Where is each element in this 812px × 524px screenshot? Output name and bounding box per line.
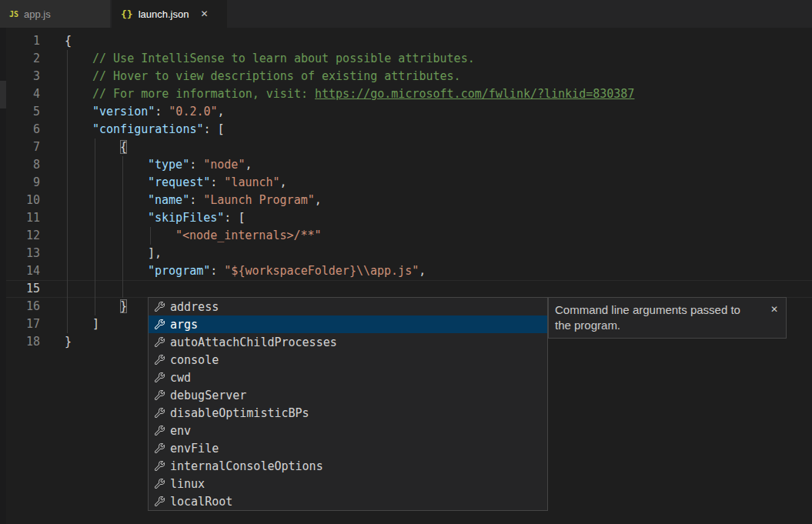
indent-guide [122,262,123,280]
code-line[interactable]: 15 [0,280,812,298]
indent-guide [95,245,95,262]
code-text: "<node_internals>/**" [175,227,322,245]
code-line[interactable]: 1{ [0,32,812,50]
code-line[interactable]: 8"type": "node", [0,156,812,174]
indent-guide [95,156,95,174]
code-token: ], [148,246,162,260]
code-line[interactable]: 14"program": "${workspaceFolder}\\app.js… [0,262,812,280]
suggest-item[interactable]: console [149,351,547,369]
wrench-property-icon [153,460,165,472]
indent-guide [67,139,68,156]
code-token: : [204,122,218,136]
close-docs-icon[interactable]: ✕ [770,304,778,315]
code-token: } [120,299,127,313]
code-line[interactable]: 4// For more information, visit: https:/… [0,85,812,103]
indent-guide [95,262,95,280]
code-line[interactable]: 5"version": "0.2.0", [0,103,812,121]
suggest-item-label: console [170,353,219,367]
indent-guide [67,156,68,174]
code-token: "Launch Program" [203,193,315,207]
code-line[interactable]: 10"name": "Launch Program", [0,192,812,209]
indent-guide [67,85,68,103]
code-token: "launch" [224,175,279,189]
code-text: "skipFiles": [ [148,209,245,227]
code-token: { [120,140,127,154]
code-token: : [189,193,203,207]
suggest-item[interactable]: cwd [149,369,547,386]
code-text: "program": "${workspaceFolder}\\app.js", [148,262,426,280]
wrench-property-icon [153,336,165,349]
suggest-item-label: cwd [170,371,191,385]
code-token: : [155,105,169,118]
code-token: "configurations" [92,122,204,136]
indent-guide [95,139,95,156]
code-token: : [189,158,203,172]
indent-guide [95,280,95,298]
code-line[interactable]: 7{ [0,139,812,156]
indent-guide [150,227,151,245]
tab-label: launch.json [139,8,189,20]
suggest-item-label: linux [170,477,205,491]
suggest-item[interactable]: localRoot [149,492,547,510]
editor[interactable]: 1{2// Use IntelliSense to learn about po… [0,28,812,524]
tab-launch-json[interactable]: {} launch.json ✕ [112,0,227,28]
indent-guide [122,174,123,192]
suggest-item[interactable]: internalConsoleOptions [149,457,547,475]
indent-guide [122,280,123,298]
code-text: "type": "node", [148,156,252,174]
code-token: "node" [203,158,245,172]
code-line[interactable]: 12"<node_internals>/**" [0,227,812,245]
indent-guide [122,227,123,245]
wrench-property-icon [153,301,165,313]
suggest-item[interactable]: address [149,298,547,315]
code-text: // Use IntelliSense to learn about possi… [92,50,475,68]
indent-guide [67,103,68,121]
code-line[interactable]: 2// Use IntelliSense to learn about poss… [0,50,812,68]
code-line[interactable]: 3// Hover to view descriptions of existi… [0,68,812,85]
wrench-property-icon [153,478,165,490]
code-token: : [210,264,224,278]
indent-guide [95,209,95,227]
suggest-item[interactable]: disableOptimisticBPs [149,404,547,422]
indent-guide [67,174,68,192]
close-tab-icon[interactable]: ✕ [200,8,208,19]
code-token: ] [92,317,99,331]
suggest-item[interactable]: debugServer [149,386,547,404]
wrench-property-icon [153,407,165,419]
code-line[interactable]: 13], [0,245,812,262]
tab-bar: JS app.js {} launch.json ✕ [0,0,812,28]
indent-guide [67,50,68,68]
code-token: : [224,211,238,225]
code-token: "request" [148,175,210,189]
code-line[interactable]: 11"skipFiles": [ [0,209,812,227]
code-token: , [315,193,322,207]
indent-guide [122,245,123,262]
indent-guide [67,227,68,245]
wrench-property-icon [153,319,165,331]
suggest-item[interactable]: envFile [149,439,547,457]
code-token: "<node_internals>/**" [175,229,322,242]
indent-guide [95,227,95,245]
indent-guide [67,121,68,139]
indent-guide [122,192,123,209]
code-line[interactable]: 6"configurations": [ [0,121,812,139]
wrench-property-icon [153,425,165,437]
suggest-item[interactable]: autoAttachChildProcesses [149,333,547,351]
code-token: { [65,34,72,48]
code-text: "version": "0.2.0", [92,103,225,121]
code-token: "version" [92,105,155,118]
code-line[interactable]: 9"request": "launch", [0,174,812,192]
suggest-item[interactable]: env [149,422,547,439]
indent-guide [67,245,68,262]
code-token: , [245,158,252,172]
code-text: "request": "launch", [148,174,287,192]
code-text: { [65,32,72,50]
wrench-property-icon [153,389,165,402]
hyperlink[interactable]: https://go.microsoft.com/fwlink/?linkid=… [315,87,634,101]
suggest-item[interactable]: linux [149,475,547,492]
code-text: "configurations": [ [92,121,225,139]
code-text: ] [92,315,99,333]
tab-app-js[interactable]: JS app.js [0,0,110,28]
suggest-item[interactable]: args [149,315,547,333]
wrench-property-icon [153,496,165,508]
